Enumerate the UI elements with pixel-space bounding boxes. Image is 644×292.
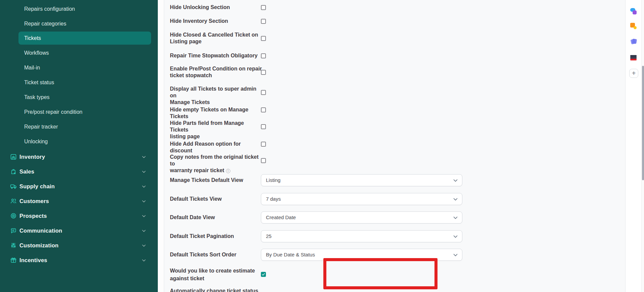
setting-row: Enable Pre/Post Condition on repairticke… [165, 65, 625, 79]
sidebar-section-incentives[interactable]: Incentives [0, 253, 158, 267]
setting-label: Default Date View [170, 211, 263, 224]
sidebar-item-pre-post-repair-condition[interactable]: Pre/post repair condition [18, 105, 151, 118]
users-icon [10, 198, 17, 204]
setting-row: Hide Inventory Section [165, 18, 625, 25]
setting-row: Repair Time Stopwatch Obligatory [165, 52, 625, 59]
setting-row: Copy notes from the original ticket towa… [165, 154, 625, 167]
setting-checkbox[interactable] [261, 19, 266, 24]
sidebar-content-divider [158, 0, 164, 292]
setting-checkbox[interactable] [261, 53, 266, 58]
sidebar-item-task-types[interactable]: Task types [18, 91, 151, 104]
add-extension-button[interactable]: + [629, 69, 638, 78]
sidebar-item-workflows[interactable]: Workflows [18, 46, 151, 59]
chevron-down-icon [453, 196, 458, 202]
sidebar-item-tickets[interactable]: Tickets [18, 32, 151, 45]
sidebar-item-mail-in[interactable]: Mail-in [18, 61, 151, 74]
setting-label: Hide Unlocking Section [170, 4, 263, 11]
setting-label: Hide Add Reason option for discount [170, 141, 263, 154]
sidebar-section-label: Incentives [19, 253, 47, 267]
sidebar-section-sales[interactable]: Sales [0, 164, 158, 179]
truck-icon [10, 183, 17, 190]
sidebar-item-unlocking[interactable]: Unlocking [18, 135, 151, 148]
scrollbar-track[interactable] [641, 0, 644, 292]
scrollbar-thumb[interactable] [642, 66, 644, 180]
sliders-icon [10, 242, 17, 249]
setting-label: Default Tickets View [170, 193, 263, 205]
dropdown-selected-value: 25 [266, 231, 272, 242]
setting-label: Default Ticket Pagination [170, 230, 263, 242]
sidebar-item-repair-categories[interactable]: Repair categories [18, 17, 151, 30]
dropdown-manage-tickets-default-view[interactable]: Listing [261, 174, 462, 186]
setting-checkbox[interactable] [261, 5, 266, 10]
setting-label: Would you like to create estimateagainst… [170, 267, 263, 282]
setting-row: Hide empty Tickets on Manage Tickets [165, 106, 625, 113]
setting-checkbox[interactable] [261, 36, 266, 41]
sidebar-item-repairs-configuration[interactable]: Repairs configuration [18, 2, 151, 15]
setting-checkbox[interactable] [261, 124, 266, 129]
sidebar-item-repair-tracker[interactable]: Repair tracker [18, 120, 151, 133]
setting-row: Default Tickets Sort OrderBy Due Date & … [165, 249, 625, 261]
sidebar-section-label: Sales [19, 164, 34, 179]
setting-checkbox[interactable] [261, 107, 266, 112]
sidebar-section-label: Communication [19, 223, 62, 238]
setting-row-create-estimate: Would you like to create estimateagainst… [165, 267, 625, 282]
setting-row: Hide Parts field from Manage Ticketslist… [165, 120, 625, 133]
chevron-down-icon [141, 258, 146, 263]
chevron-down-icon [141, 184, 146, 189]
setting-row: Hide Unlocking Section [165, 4, 625, 11]
sidebar-section-inventory[interactable]: Inventory [0, 149, 158, 164]
sidebar-section-label: Customers [19, 194, 49, 208]
setting-label: Default Tickets Sort Order [170, 249, 263, 261]
setting-row: Automatically change ticket status [165, 288, 625, 292]
setting-label: Hide Closed & Cancelled Ticket onListing… [170, 32, 263, 45]
blue-purple-chat-extension-icon[interactable] [630, 8, 637, 15]
chevron-down-icon [453, 252, 458, 258]
shopping-bag-icon [10, 168, 17, 175]
dropdown-selected-value: Listing [266, 175, 280, 186]
chat-bubble-icon [10, 227, 17, 234]
dropdown-default-tickets-sort-order[interactable]: By Due Date & Status [261, 249, 462, 261]
setting-checkbox[interactable] [261, 142, 266, 147]
info-icon[interactable]: i [226, 169, 230, 173]
setting-checkbox[interactable] [261, 70, 266, 75]
chevron-down-icon [141, 154, 146, 159]
dropdown-default-tickets-view[interactable]: 7 days [261, 193, 462, 205]
setting-row: Default Ticket Pagination25 [165, 230, 625, 242]
sidebar-section-supply-chain[interactable]: Supply chain [0, 179, 158, 194]
dropdown-default-ticket-pagination[interactable]: 25 [261, 230, 462, 242]
warehouse-icon [10, 153, 17, 160]
setting-row: Default Date ViewCreated Date [165, 211, 625, 224]
setting-label: Hide Inventory Section [170, 18, 263, 25]
setting-checkbox[interactable] [261, 158, 266, 163]
dropdown-default-date-view[interactable]: Created Date [261, 211, 462, 224]
setting-checkbox[interactable] [261, 90, 266, 95]
setting-label: Display all Tickets to super admin onMan… [170, 86, 263, 106]
setting-label: Enable Pre/Post Condition on repairticke… [170, 65, 263, 79]
orange-yellow-extension-icon[interactable] [630, 23, 637, 30]
chevron-down-icon [141, 228, 146, 233]
setting-label: Hide empty Tickets on Manage Tickets [170, 106, 263, 120]
dropdown-selected-value: Created Date [266, 212, 296, 223]
target-icon [10, 212, 17, 219]
chevron-down-icon [141, 243, 146, 248]
setting-row: Manage Tickets Default ViewListing [165, 174, 625, 186]
chevron-down-icon [141, 213, 146, 218]
setting-checkbox[interactable] [261, 272, 266, 277]
sidebar-item-ticket-status[interactable]: Ticket status [18, 76, 151, 89]
setting-label: Automatically change ticket status [170, 288, 263, 292]
chevron-down-icon [141, 199, 146, 204]
indigo-cards-extension-icon[interactable] [630, 38, 637, 45]
sidebar-section-label: Prospects [19, 208, 47, 223]
sidebar-section-customization[interactable]: Customization [0, 238, 158, 253]
chevron-down-icon [453, 215, 458, 221]
dark-red-stack-extension-icon[interactable] [630, 54, 637, 61]
setting-row: Display all Tickets to super admin onMan… [165, 86, 625, 99]
sidebar-section-prospects[interactable]: Prospects [0, 208, 158, 223]
sidebar-section-customers[interactable]: Customers [0, 194, 158, 208]
setting-label: Hide Parts field from Manage Ticketslist… [170, 120, 263, 140]
sidebar-section-communication[interactable]: Communication [0, 223, 158, 238]
chevron-down-icon [453, 178, 458, 183]
setting-label: Repair Time Stopwatch Obligatory [170, 52, 263, 59]
tickets-settings-panel: Hide Unlocking SectionHide Inventory Sec… [165, 0, 625, 292]
setting-row: Default Tickets View7 days [165, 193, 625, 205]
